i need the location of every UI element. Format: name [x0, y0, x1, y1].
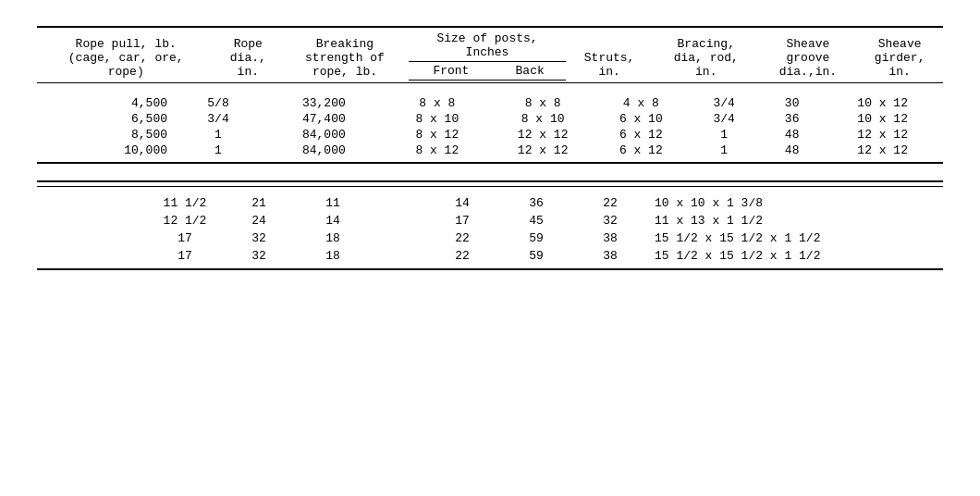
table2-cell: 17	[148, 229, 222, 247]
top-divider	[37, 26, 943, 28]
table2-cell: 12 1/2	[148, 212, 222, 229]
col-size-posts-group-header: Size of posts,Inches	[409, 30, 566, 62]
table2-cell	[37, 212, 148, 229]
table2-cell: 18	[296, 247, 370, 265]
table2-cell	[370, 229, 425, 247]
table2-row: 17321822593815 1/2 x 15 1/2 x 1 1/2	[37, 247, 943, 265]
cont-bottom-divider	[37, 268, 943, 270]
table2-cell: 24	[222, 212, 296, 229]
table1-cell: 8 x 12	[385, 143, 490, 158]
table1-cell: 48	[762, 127, 822, 143]
table2-row: 12 1/2241417453211 x 13 x 1 1/2	[37, 212, 943, 229]
table1-cell: 10 x 12	[822, 111, 943, 127]
table1-cell: 10 x 12	[822, 89, 943, 111]
table1-cell: 33,200	[263, 89, 385, 111]
table2-cell: 15 1/2 x 15 1/2 x 1 1/2	[647, 247, 943, 265]
table1-cell: 1	[686, 127, 762, 143]
table2-cell: 22	[425, 229, 499, 247]
table2-cell: 17	[425, 212, 499, 229]
table2-cell: 11 1/2	[148, 191, 222, 212]
table2-cell: 32	[222, 229, 296, 247]
table1-cell: 84,000	[263, 127, 385, 143]
table2-cell: 38	[573, 229, 647, 247]
table2-cell: 22	[573, 191, 647, 212]
table1-cell: 5/8	[173, 89, 263, 111]
table2-cell	[370, 212, 425, 229]
table1-cell: 12 x 12	[490, 143, 595, 158]
table1-cell: 36	[762, 111, 822, 127]
table2-cell: 22	[425, 247, 499, 265]
table1-cell: 8 x 12	[385, 127, 490, 143]
table2-cell: 32	[222, 247, 296, 265]
table1-cell: 8 x 10	[490, 111, 595, 127]
table2-row: 11 1/2211114362210 x 10 x 1 3/8	[37, 191, 943, 212]
table2-cell: 38	[573, 247, 647, 265]
table1-cell: 30	[762, 89, 822, 111]
table2-cell: 15 1/2 x 15 1/2 x 1 1/2	[647, 229, 943, 247]
table1-cell: 10,000	[37, 143, 173, 158]
table1-cell: 12 x 12	[822, 127, 943, 143]
table2-cell	[370, 247, 425, 265]
table2-cell: 11	[296, 191, 370, 212]
table1-cell: 8,500	[37, 127, 173, 143]
continued-table-data: 11 1/2211114362210 x 10 x 1 3/812 1/2241…	[37, 191, 943, 265]
table1-cell: 6,500	[37, 111, 173, 127]
table1-cell: 48	[762, 143, 822, 158]
col-sheave-groove-header: Sheavegroovedia.,in.	[760, 30, 857, 81]
col-breaking-strength-header: Breakingstrength ofrope, lb.	[281, 30, 409, 81]
table1-cell: 84,000	[263, 143, 385, 158]
table1-row: 6,5003/447,4008 x 108 x 106 x 103/43610 …	[37, 111, 943, 127]
table1-row: 10,000184,0008 x 1212 x 126 x 1214812 x …	[37, 143, 943, 158]
col-front-header: Front	[409, 62, 494, 81]
table1-row: 8,500184,0008 x 1212 x 126 x 1214812 x 1…	[37, 127, 943, 143]
table2-row: 17321822593815 1/2 x 15 1/2 x 1 1/2	[37, 229, 943, 247]
table2-cell: 59	[499, 247, 573, 265]
table1-cell: 3/4	[173, 111, 263, 127]
table1-cell: 6 x 10	[595, 111, 686, 127]
table2-cell: 14	[296, 212, 370, 229]
table2-cell: 21	[222, 191, 296, 212]
header-row-1: Rope pull, lb.(cage, car, ore,rope) Rope…	[37, 30, 943, 62]
table2-cell	[370, 191, 425, 212]
table1-cell: 1	[686, 143, 762, 158]
col-back-header: Back	[494, 62, 566, 81]
cont-thin-divider	[37, 186, 943, 187]
table2-cell: 10 x 10 x 1 3/8	[647, 191, 943, 212]
table1-cell: 8 x 8	[385, 89, 490, 111]
table1-cell: 1	[173, 143, 263, 158]
table2-cell: 32	[573, 212, 647, 229]
table1-cell: 4 x 8	[595, 89, 686, 111]
table1-cell: 3/4	[686, 111, 762, 127]
table1-cell: 12 x 12	[490, 127, 595, 143]
table1-row: 4,5005/833,2008 x 88 x 84 x 83/43010 x 1…	[37, 89, 943, 111]
table2-cell: 14	[425, 191, 499, 212]
col-struts-header: Struts,in.	[566, 30, 653, 81]
main-table-data: 4,5005/833,2008 x 88 x 84 x 83/43010 x 1…	[37, 89, 943, 158]
bottom-divider	[37, 162, 943, 164]
table1-cell: 8 x 10	[385, 111, 490, 127]
main-table: Rope pull, lb.(cage, car, ore,rope) Rope…	[37, 30, 943, 81]
col-bracing-header: Bracing,dia, rod,in.	[653, 30, 760, 81]
table2-cell: 36	[499, 191, 573, 212]
table1-cell: 12 x 12	[822, 143, 943, 158]
table2-cell: 11 x 13 x 1 1/2	[647, 212, 943, 229]
table2-cell: 18	[296, 229, 370, 247]
table1-cell: 1	[173, 127, 263, 143]
table2-cell: 45	[499, 212, 573, 229]
table1-cell: 6 x 12	[595, 143, 686, 158]
table1-cell: 4,500	[37, 89, 173, 111]
header-divider	[37, 82, 943, 83]
col-rope-dia-header: Ropedia.,in.	[214, 30, 281, 81]
table1-cell: 6 x 12	[595, 127, 686, 143]
table2-cell	[37, 191, 148, 212]
page-container: Rope pull, lb.(cage, car, ore,rope) Rope…	[37, 26, 943, 270]
table1-cell: 8 x 8	[490, 89, 595, 111]
table1-cell: 47,400	[263, 111, 385, 127]
table2-cell	[37, 247, 148, 265]
table2-cell: 17	[148, 247, 222, 265]
col-sheave-girder-header: Sheavegirder,in.	[856, 30, 943, 81]
table2-cell: 59	[499, 229, 573, 247]
table2-cell	[37, 229, 148, 247]
table1-cell: 3/4	[686, 89, 762, 111]
col-rope-pull-header: Rope pull, lb.(cage, car, ore,rope)	[37, 30, 214, 81]
